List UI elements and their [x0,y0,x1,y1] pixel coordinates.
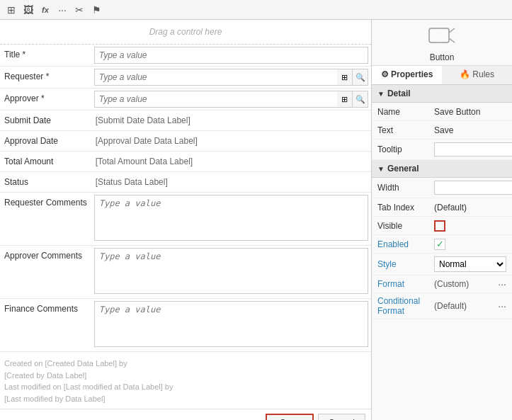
prop-format: Format (Custom) ··· [372,276,512,293]
visible-checkbox[interactable] [434,220,445,232]
prop-value-tab-index: (Default) [434,203,506,212]
requester-search-btn[interactable]: 🔍 [353,69,368,86]
rules-icon: 🔥 [460,69,470,79]
save-button[interactable]: Save [266,414,313,420]
cut-icon[interactable]: ✂ [72,3,86,17]
field-value-approval-date: [Approval Date Data Label] [91,131,371,152]
flag-icon[interactable]: ⚑ [89,3,103,17]
svg-rect-0 [429,28,449,42]
prop-label-style: Style [377,259,434,269]
prop-name: Name Save Button [372,103,512,121]
table-row: Total Amount [Total Amount Data Label] [0,152,371,172]
field-label-approval-date: Approval Date [0,131,91,152]
field-label-requester: Requester * [0,67,91,89]
table-row: Approval Date [Approval Date Data Label] [0,131,371,152]
table-row: Submit Date [Submit Date Data Label] [0,110,371,131]
button-label: Button [430,52,455,62]
svg-line-2 [449,38,455,42]
footer-line2: [Created by Data Label] [4,370,367,382]
prop-style: Style Normal Primary Danger [372,254,512,276]
table-row: Requester Comments [0,193,371,246]
prop-value-name: Save Button [434,107,506,117]
section-general-label: General [387,164,419,174]
requester-comments-input[interactable] [94,195,368,241]
prop-conditional-format: Conditional Format (Default) ··· [372,293,512,319]
tab-properties-label: Properties [391,69,433,79]
total-amount-label: [Total Amount Data Label] [94,154,368,169]
chevron-down-icon: ▼ [377,90,385,98]
prop-label-enabled: Enabled [377,239,434,249]
tab-properties[interactable]: ⚙ Properties [372,66,442,84]
prop-label-visible: Visible [377,221,434,231]
prop-label-format: Format [377,279,434,289]
props-panel: Button ⚙ Properties 🔥 Rules ▼ Detail Nam… [372,20,512,420]
button-icon-area: Button [372,20,512,66]
button-control-icon [428,25,456,51]
prop-tooltip: Tooltip [372,140,512,160]
prop-label-tooltip: Tooltip [377,144,434,154]
field-input-requester-comments [91,193,371,246]
section-detail-label: Detail [387,89,411,98]
main-area: Drag a control here Title * Requester * [0,20,512,420]
enabled-checkbox[interactable]: ✓ [434,239,445,250]
table-row: Finance Comments [0,299,371,352]
field-label-requester-comments: Requester Comments [0,193,91,246]
svg-line-1 [449,28,455,33]
title-input[interactable] [94,47,368,64]
chevron-down-icon-2: ▼ [377,165,385,173]
submit-date-label: [Submit Date Data Label] [94,113,368,128]
field-input-requester: ⊞ 🔍 [91,67,371,89]
field-input-title [91,45,371,67]
requester-grid-btn[interactable]: ⊞ [337,69,353,86]
approval-date-label: [Approval Date Data Label] [94,133,368,149]
conditional-format-value: (Default) [434,301,495,311]
approver-comments-input[interactable] [94,248,368,294]
cancel-button[interactable]: Cancel [318,414,365,420]
grid-icon[interactable]: ⊞ [4,3,18,17]
prop-text: Text Save [372,121,512,140]
field-label-submit-date: Submit Date [0,110,91,131]
prop-label-width: Width [377,183,434,193]
width-input[interactable] [434,181,512,195]
footer-line4: [Last modified by Data Label] [4,393,367,405]
field-label-approver-comments: Approver Comments [0,246,91,299]
style-select[interactable]: Normal Primary Danger [434,256,506,272]
properties-icon: ⚙ [381,69,389,79]
section-detail[interactable]: ▼ Detail [372,85,512,103]
field-label-title: Title * [0,45,91,67]
form-panel: Drag a control here Title * Requester * [0,20,372,420]
footer-line1: Created on [Created Data Label] by [4,358,367,370]
prop-label-tab-index: Tab Index [377,203,434,212]
toolbar: ⊞ 🖼 fx ··· ✂ ⚑ [0,0,512,20]
field-value-submit-date: [Submit Date Data Label] [91,110,371,131]
table-row: Approver Comments [0,246,371,299]
requester-input[interactable] [94,69,337,86]
footer-line3: Last modified on [Last modified at Data … [4,381,367,393]
prop-visible: Visible [372,217,512,235]
field-input-approver: ⊞ 🔍 [91,89,371,110]
approver-grid-btn[interactable]: ⊞ [337,91,353,108]
field-value-status: [Status Data Label] [91,172,371,193]
image-icon[interactable]: 🖼 [21,3,35,17]
tab-rules[interactable]: 🔥 Rules [442,66,512,84]
section-general[interactable]: ▼ General [372,160,512,178]
format-dots-btn[interactable]: ··· [495,278,506,290]
conditional-format-dots-btn[interactable]: ··· [495,300,506,312]
approver-search-btn[interactable]: 🔍 [353,91,368,108]
approver-input[interactable] [94,91,337,108]
table-row: Requester * ⊞ 🔍 [0,67,371,89]
more-icon[interactable]: ··· [55,3,69,17]
prop-label-conditional-format: Conditional Format [377,296,434,316]
field-label-total-amount: Total Amount [0,152,91,172]
drop-zone: Drag a control here [0,20,371,45]
form-buttons: Save Cancel [0,409,371,420]
field-input-finance-comments [91,299,371,352]
prop-label-text: Text [377,125,434,135]
prop-tab-index: Tab Index (Default) [372,198,512,217]
status-label: [Status Data Label] [94,174,368,190]
fx-icon[interactable]: fx [38,3,52,17]
finance-comments-input[interactable] [94,301,368,347]
table-row: Title * [0,45,371,67]
tooltip-input[interactable] [434,142,512,157]
footer-info: Created on [Created Data Label] by [Crea… [0,352,371,409]
